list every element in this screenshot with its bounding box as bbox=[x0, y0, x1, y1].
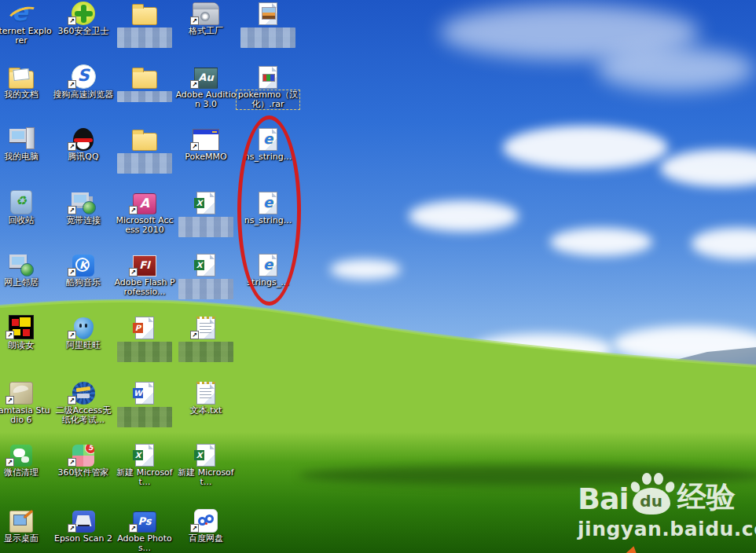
icon-label: 360软件管家 bbox=[52, 468, 115, 478]
icon-label: ns_string... bbox=[237, 216, 299, 225]
desktop-icon-adobe-flash-pro[interactable]: ↗ Adobe Flash Professio... bbox=[113, 252, 176, 297]
icon-label: 我的电脑 bbox=[0, 152, 53, 162]
shortcut-arrow-icon: ↗ bbox=[68, 524, 76, 533]
shortcut-arrow-icon: ↗ bbox=[129, 206, 138, 214]
icon-label: ns_string... bbox=[237, 152, 299, 162]
desktop-icon-ns-string-1[interactable]: ns_string... bbox=[237, 126, 299, 162]
desktop-icon-ms-access-2010[interactable]: ↗ Microsoft Access 2010 bbox=[113, 190, 176, 235]
blurred-label bbox=[117, 27, 172, 48]
docexcel-icon bbox=[196, 254, 215, 276]
iedoc-icon bbox=[259, 254, 277, 276]
desktop-icon-360-soft-manager[interactable]: ↗ 360软件管家 bbox=[52, 442, 115, 478]
shortcut-arrow-icon: ↗ bbox=[129, 524, 138, 533]
shortcut-arrow-icon: ↗ bbox=[68, 142, 76, 151]
icon-label: 360安全卫士 bbox=[52, 27, 115, 36]
desktop-icon-360-safe[interactable]: ↗ 360安全卫士 bbox=[52, 1, 115, 36]
shortcut-arrow-icon: ↗ bbox=[68, 458, 76, 467]
desktop-icon-new-excel-2[interactable]: 新建 Microsoft... bbox=[174, 442, 237, 487]
desktop-icon-sogou-browser[interactable]: ↗ 搜狗高速浏览器 bbox=[52, 64, 115, 100]
shortcut-arrow-icon: ↗ bbox=[190, 142, 199, 151]
mydocs-icon bbox=[9, 71, 34, 89]
iedoc-icon bbox=[259, 192, 277, 214]
shortcut-arrow-icon: ↗ bbox=[6, 396, 14, 405]
desktop-icon-folder-2[interactable] bbox=[113, 64, 176, 102]
icon-label: 宽带连接 bbox=[52, 216, 115, 225]
icon-label: 百度网盘 bbox=[174, 534, 237, 544]
shortcut-arrow-icon: ↗ bbox=[6, 458, 14, 467]
shortcut-arrow-icon: ↗ bbox=[129, 268, 138, 276]
baidu-paw-icon: du bbox=[630, 471, 674, 515]
icon-label: 新建 Microsoft... bbox=[113, 468, 176, 487]
desktop-icon-show-desktop[interactable]: 显示桌面 bbox=[0, 508, 53, 544]
desktop-icon-format-factory[interactable]: ↗ 格式工厂 bbox=[174, 1, 237, 36]
baidu-jingyan-watermark: Bai du 经验 jingyan.baidu.com bbox=[578, 469, 756, 540]
icon-label: 二级Access无纸化考试... bbox=[52, 406, 115, 425]
watermark-jingyan: 经验 bbox=[677, 480, 736, 515]
ie-icon bbox=[8, 2, 35, 25]
desktop-icon-kugou-music[interactable]: ↗ 酷狗音乐 bbox=[52, 252, 115, 287]
blurred-label bbox=[178, 342, 233, 362]
watermark-du: du bbox=[640, 492, 662, 511]
desktop-icon-pokemmo-app[interactable]: ↗ PokeMMO bbox=[174, 126, 237, 162]
desktop-icon-recycle-bin[interactable]: 回收站 bbox=[0, 190, 53, 225]
shortcut-arrow-icon: ↗ bbox=[68, 396, 76, 405]
desktop-icon-my-documents[interactable]: 我的文档 bbox=[0, 64, 53, 100]
desktop-icon-baidu-netdisk[interactable]: ↗ 百度网盘 bbox=[174, 508, 237, 544]
desktop-icon-access-exam[interactable]: ↗ 二级Access无纸化考试... bbox=[52, 380, 115, 425]
desktop-icon-adobe-photoshop[interactable]: ↗ Adobe Photos... bbox=[113, 508, 176, 553]
desktop-icon-folder-1[interactable] bbox=[113, 1, 176, 48]
aliww-icon bbox=[74, 317, 94, 339]
icon-label: Internet Explorer bbox=[0, 27, 53, 46]
desktop-icon-internet-explorer[interactable]: Internet Explorer bbox=[0, 1, 53, 46]
docppt-icon bbox=[135, 317, 154, 339]
desktop-icon-notepad-shortcut[interactable]: ↗ bbox=[174, 315, 237, 362]
desktop-icon-ppt-doc[interactable] bbox=[113, 315, 176, 362]
desktop-icon-media-file[interactable] bbox=[237, 1, 299, 48]
icon-label: 回收站 bbox=[0, 216, 53, 225]
desktop-icon-epson-scan-2[interactable]: ↗ Epson Scan 2 bbox=[52, 508, 115, 544]
blurred-label bbox=[178, 279, 233, 299]
desktop-icon-my-computer[interactable]: 我的电脑 bbox=[0, 126, 53, 162]
icon-label: 格式工厂 bbox=[174, 27, 237, 36]
desktop-icon-excel-doc-2[interactable] bbox=[174, 252, 237, 299]
blurred-label bbox=[240, 27, 295, 48]
desktop-icon-ali-wangwang[interactable]: ↗ 阿里旺旺 bbox=[52, 315, 115, 350]
mediafile-icon bbox=[259, 2, 277, 25]
desktop-icon-langdunv[interactable]: ↗ 朗读女 bbox=[0, 315, 53, 350]
shortcut-arrow-icon: ↗ bbox=[68, 331, 76, 339]
icon-label: 文本.txt bbox=[174, 406, 237, 416]
icon-label: 阿里旺旺 bbox=[52, 341, 115, 350]
icon-label: Microsoft Access 2010 bbox=[113, 216, 176, 235]
icon-label: 酷狗音乐 bbox=[52, 278, 115, 287]
desktop-icon-tencent-qq[interactable]: ↗ 腾讯QQ bbox=[52, 126, 115, 162]
folder-icon bbox=[132, 71, 157, 89]
desktop-icon-new-excel-1[interactable]: 新建 Microsoft... bbox=[113, 442, 176, 487]
blurred-label bbox=[117, 91, 172, 102]
desktop-icon-word-doc[interactable] bbox=[113, 380, 176, 427]
shortcut-arrow-icon: ↗ bbox=[68, 268, 76, 276]
shortcut-arrow-icon: ↗ bbox=[190, 80, 199, 89]
icon-label: Adobe Audition 3.0 bbox=[174, 90, 237, 109]
desktop-icon-folder-3[interactable] bbox=[113, 126, 176, 174]
folder-icon bbox=[132, 133, 157, 151]
iedoc-icon bbox=[259, 128, 277, 151]
notepad-icon bbox=[196, 382, 215, 405]
desktop-icon-wechat-clean[interactable]: ↗ 微信清理 bbox=[0, 442, 53, 478]
folder-icon bbox=[132, 7, 157, 25]
blurred-label bbox=[117, 153, 172, 174]
desktop-icon-strings-file[interactable]: strings_... bbox=[237, 252, 299, 287]
icon-label: Adobe Flash Professio... bbox=[113, 278, 176, 297]
network-icon bbox=[8, 253, 35, 276]
shortcut-arrow-icon: ↗ bbox=[190, 331, 199, 339]
icon-label: 搜狗高速浏览器 bbox=[52, 90, 115, 100]
desktop-icon-excel-doc-1[interactable] bbox=[174, 190, 237, 237]
desktop-icon-camtasia-studio-6[interactable]: ↗ Camtasia Studio 6 bbox=[0, 380, 53, 425]
desktop-icon-text-txt[interactable]: 文本.txt bbox=[174, 380, 237, 416]
desktop-icon-adobe-audition[interactable]: ↗ Adobe Audition 3.0 bbox=[174, 64, 237, 109]
mycomputer-icon bbox=[8, 127, 35, 151]
desktop-icon-pokemmo-rar[interactable]: pokemmo（汉化）.rar bbox=[237, 64, 299, 109]
desktop-icon-ns-string-2[interactable]: ns_string... bbox=[237, 190, 299, 225]
icon-label: 我的文档 bbox=[0, 90, 53, 100]
desktop-icon-broadband[interactable]: ↗ 宽带连接 bbox=[52, 190, 115, 225]
desktop-icon-network-places[interactable]: 网上邻居 bbox=[0, 252, 53, 287]
